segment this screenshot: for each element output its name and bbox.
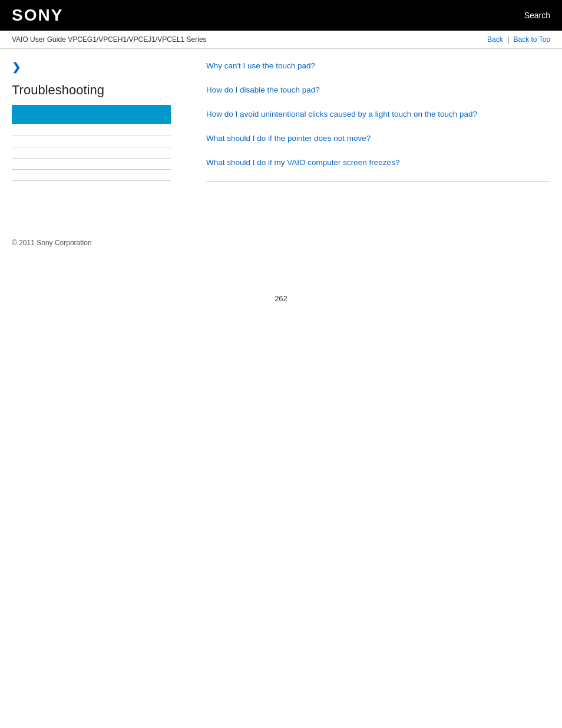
sidebar-divider-4 bbox=[12, 169, 171, 170]
list-item: How do I disable the touch pad? bbox=[206, 85, 550, 96]
list-item: What should I do if my VAIO computer scr… bbox=[206, 157, 550, 169]
breadcrumb-text: VAIO User Guide VPCEG1/VPCEH1/VPCEJ1/VPC… bbox=[12, 35, 207, 44]
content-link-1[interactable]: How do I disable the touch pad? bbox=[206, 85, 320, 94]
footer: © 2011 Sony Corporation bbox=[0, 227, 562, 259]
list-item: What should I do if the pointer does not… bbox=[206, 133, 550, 144]
separator: | bbox=[507, 35, 509, 44]
sidebar: ❯ Troubleshooting bbox=[12, 61, 194, 192]
nav-links: Back | Back to Top bbox=[487, 35, 550, 44]
sony-logo: SONY bbox=[12, 6, 63, 25]
chevron-icon: ❯ bbox=[12, 61, 183, 74]
content-links: Why can't I use the touch pad?How do I d… bbox=[206, 61, 550, 168]
sidebar-highlight-bar bbox=[12, 105, 171, 124]
content-divider bbox=[206, 181, 550, 182]
sidebar-divider-3 bbox=[12, 158, 171, 159]
back-link[interactable]: Back bbox=[487, 35, 503, 44]
sidebar-title: Troubleshooting bbox=[12, 83, 183, 98]
main-content: ❯ Troubleshooting Why can't I use the to… bbox=[0, 49, 562, 203]
list-item: Why can't I use the touch pad? bbox=[206, 61, 550, 72]
site-header: SONY Search bbox=[0, 0, 562, 31]
content-area: Why can't I use the touch pad?How do I d… bbox=[194, 61, 550, 192]
copyright-text: © 2011 Sony Corporation bbox=[12, 239, 92, 247]
list-item: How do I avoid unintentional clicks caus… bbox=[206, 109, 550, 120]
page-number: 262 bbox=[0, 294, 562, 315]
sidebar-divider-1 bbox=[12, 136, 171, 136]
back-to-top-link[interactable]: Back to Top bbox=[514, 35, 550, 44]
search-button[interactable]: Search bbox=[524, 11, 550, 20]
breadcrumb-bar: VAIO User Guide VPCEG1/VPCEH1/VPCEJ1/VPC… bbox=[0, 31, 562, 49]
content-link-0[interactable]: Why can't I use the touch pad? bbox=[206, 61, 315, 70]
content-link-2[interactable]: How do I avoid unintentional clicks caus… bbox=[206, 110, 477, 118]
sidebar-divider-2 bbox=[12, 147, 171, 147]
content-link-3[interactable]: What should I do if the pointer does not… bbox=[206, 134, 371, 143]
sidebar-divider-5 bbox=[12, 180, 171, 181]
content-link-4[interactable]: What should I do if my VAIO computer scr… bbox=[206, 158, 399, 167]
